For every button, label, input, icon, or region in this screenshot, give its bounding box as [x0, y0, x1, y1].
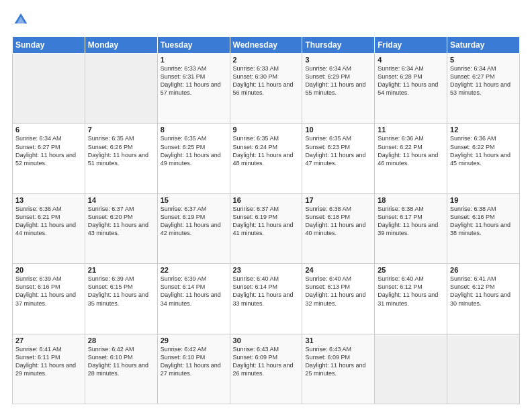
weekday-header: Friday: [375, 37, 447, 54]
calendar-cell: 31Sunrise: 6:43 AM Sunset: 6:09 PM Dayli…: [302, 334, 375, 404]
weekday-header: Saturday: [447, 37, 520, 54]
weekday-header: Wednesday: [230, 37, 302, 54]
calendar-cell: 9Sunrise: 6:35 AM Sunset: 6:24 PM Daylig…: [230, 124, 302, 193]
calendar-cell: 4Sunrise: 6:34 AM Sunset: 6:28 PM Daylig…: [375, 54, 447, 124]
day-number: 18: [378, 196, 444, 204]
calendar-cell: 30Sunrise: 6:43 AM Sunset: 6:09 PM Dayli…: [230, 334, 302, 404]
day-number: 30: [233, 336, 300, 345]
day-number: 5: [450, 56, 517, 64]
cell-info: Sunrise: 6:42 AM Sunset: 6:10 PM Dayligh…: [161, 345, 227, 378]
day-number: 8: [161, 126, 227, 134]
logo: [12, 12, 30, 30]
weekday-header: Monday: [85, 37, 157, 54]
day-number: 6: [15, 126, 82, 134]
day-number: 24: [305, 266, 371, 274]
cell-info: Sunrise: 6:40 AM Sunset: 6:12 PM Dayligh…: [378, 275, 444, 308]
calendar-cell: 7Sunrise: 6:35 AM Sunset: 6:26 PM Daylig…: [85, 124, 157, 193]
day-number: 14: [88, 196, 154, 204]
cell-info: Sunrise: 6:34 AM Sunset: 6:27 PM Dayligh…: [450, 64, 517, 97]
cell-info: Sunrise: 6:36 AM Sunset: 6:22 PM Dayligh…: [450, 134, 517, 167]
cell-info: Sunrise: 6:34 AM Sunset: 6:29 PM Dayligh…: [305, 64, 371, 97]
cell-info: Sunrise: 6:37 AM Sunset: 6:20 PM Dayligh…: [88, 205, 154, 238]
cell-info: Sunrise: 6:34 AM Sunset: 6:28 PM Dayligh…: [378, 64, 444, 97]
calendar-cell: [13, 54, 85, 124]
day-number: 7: [88, 126, 154, 134]
day-number: 31: [305, 336, 371, 345]
day-number: 27: [15, 336, 82, 345]
calendar-cell: 11Sunrise: 6:36 AM Sunset: 6:22 PM Dayli…: [375, 124, 447, 193]
calendar-cell: 23Sunrise: 6:40 AM Sunset: 6:14 PM Dayli…: [230, 264, 302, 334]
cell-info: Sunrise: 6:39 AM Sunset: 6:16 PM Dayligh…: [15, 275, 82, 308]
calendar-cell: 5Sunrise: 6:34 AM Sunset: 6:27 PM Daylig…: [447, 54, 520, 124]
calendar-cell: 21Sunrise: 6:39 AM Sunset: 6:15 PM Dayli…: [85, 264, 157, 334]
cell-info: Sunrise: 6:40 AM Sunset: 6:14 PM Dayligh…: [233, 275, 300, 308]
calendar-cell: 26Sunrise: 6:41 AM Sunset: 6:12 PM Dayli…: [447, 264, 520, 334]
calendar-cell: 29Sunrise: 6:42 AM Sunset: 6:10 PM Dayli…: [157, 334, 230, 404]
day-number: 25: [378, 266, 444, 274]
day-number: 9: [233, 126, 300, 134]
day-number: 21: [88, 266, 154, 274]
cell-info: Sunrise: 6:43 AM Sunset: 6:09 PM Dayligh…: [233, 345, 300, 378]
day-number: 10: [305, 126, 371, 134]
day-number: 15: [161, 196, 227, 204]
day-number: 1: [161, 56, 227, 64]
cell-info: Sunrise: 6:37 AM Sunset: 6:19 PM Dayligh…: [161, 205, 227, 238]
cell-info: Sunrise: 6:38 AM Sunset: 6:17 PM Dayligh…: [378, 205, 444, 238]
day-number: 23: [233, 266, 300, 274]
day-number: 13: [15, 196, 82, 204]
cell-info: Sunrise: 6:39 AM Sunset: 6:14 PM Dayligh…: [161, 275, 227, 308]
day-number: 3: [305, 56, 371, 64]
weekday-header: Tuesday: [157, 37, 230, 54]
cell-info: Sunrise: 6:37 AM Sunset: 6:19 PM Dayligh…: [233, 205, 300, 238]
cell-info: Sunrise: 6:33 AM Sunset: 6:31 PM Dayligh…: [161, 64, 227, 97]
day-number: 17: [305, 196, 371, 204]
calendar-cell: 24Sunrise: 6:40 AM Sunset: 6:13 PM Dayli…: [302, 264, 375, 334]
calendar-cell: [375, 334, 447, 404]
cell-info: Sunrise: 6:38 AM Sunset: 6:16 PM Dayligh…: [450, 205, 517, 238]
calendar-cell: [447, 334, 520, 404]
cell-info: Sunrise: 6:35 AM Sunset: 6:24 PM Dayligh…: [233, 134, 300, 167]
page: SundayMondayTuesdayWednesdayThursdayFrid…: [0, 0, 532, 411]
calendar-cell: 20Sunrise: 6:39 AM Sunset: 6:16 PM Dayli…: [13, 264, 85, 334]
cell-info: Sunrise: 6:38 AM Sunset: 6:18 PM Dayligh…: [305, 205, 371, 238]
cell-info: Sunrise: 6:33 AM Sunset: 6:30 PM Dayligh…: [233, 64, 300, 97]
header: [12, 12, 520, 30]
cell-info: Sunrise: 6:36 AM Sunset: 6:22 PM Dayligh…: [378, 134, 444, 167]
calendar-cell: 16Sunrise: 6:37 AM Sunset: 6:19 PM Dayli…: [230, 193, 302, 263]
cell-info: Sunrise: 6:39 AM Sunset: 6:15 PM Dayligh…: [88, 275, 154, 308]
calendar-cell: 6Sunrise: 6:34 AM Sunset: 6:27 PM Daylig…: [13, 124, 85, 193]
weekday-header: Sunday: [13, 37, 85, 54]
day-number: 29: [161, 336, 227, 345]
calendar-cell: 14Sunrise: 6:37 AM Sunset: 6:20 PM Dayli…: [85, 193, 157, 263]
day-number: 22: [161, 266, 227, 274]
calendar-cell: 12Sunrise: 6:36 AM Sunset: 6:22 PM Dayli…: [447, 124, 520, 193]
day-number: 28: [88, 336, 154, 345]
cell-info: Sunrise: 6:35 AM Sunset: 6:26 PM Dayligh…: [88, 134, 154, 167]
day-number: 4: [378, 56, 444, 64]
calendar-cell: 10Sunrise: 6:35 AM Sunset: 6:23 PM Dayli…: [302, 124, 375, 193]
day-number: 26: [450, 266, 517, 274]
cell-info: Sunrise: 6:35 AM Sunset: 6:25 PM Dayligh…: [161, 134, 227, 167]
cell-info: Sunrise: 6:42 AM Sunset: 6:10 PM Dayligh…: [88, 345, 154, 378]
calendar-cell: 13Sunrise: 6:36 AM Sunset: 6:21 PM Dayli…: [13, 193, 85, 263]
day-number: 2: [233, 56, 300, 64]
cell-info: Sunrise: 6:43 AM Sunset: 6:09 PM Dayligh…: [305, 345, 371, 378]
day-number: 11: [378, 126, 444, 134]
calendar-cell: 1Sunrise: 6:33 AM Sunset: 6:31 PM Daylig…: [157, 54, 230, 124]
calendar-cell: 19Sunrise: 6:38 AM Sunset: 6:16 PM Dayli…: [447, 193, 520, 263]
weekday-header: Thursday: [302, 37, 375, 54]
calendar-table: SundayMondayTuesdayWednesdayThursdayFrid…: [12, 36, 520, 404]
cell-info: Sunrise: 6:41 AM Sunset: 6:12 PM Dayligh…: [450, 275, 517, 308]
cell-info: Sunrise: 6:34 AM Sunset: 6:27 PM Dayligh…: [15, 134, 82, 167]
calendar-cell: 8Sunrise: 6:35 AM Sunset: 6:25 PM Daylig…: [157, 124, 230, 193]
cell-info: Sunrise: 6:35 AM Sunset: 6:23 PM Dayligh…: [305, 134, 371, 167]
calendar-header: SundayMondayTuesdayWednesdayThursdayFrid…: [13, 37, 520, 54]
day-number: 20: [15, 266, 82, 274]
calendar-cell: 25Sunrise: 6:40 AM Sunset: 6:12 PM Dayli…: [375, 264, 447, 334]
day-number: 16: [233, 196, 300, 204]
calendar-cell: 3Sunrise: 6:34 AM Sunset: 6:29 PM Daylig…: [302, 54, 375, 124]
calendar-cell: 18Sunrise: 6:38 AM Sunset: 6:17 PM Dayli…: [375, 193, 447, 263]
calendar-cell: 28Sunrise: 6:42 AM Sunset: 6:10 PM Dayli…: [85, 334, 157, 404]
cell-info: Sunrise: 6:41 AM Sunset: 6:11 PM Dayligh…: [15, 345, 82, 378]
cell-info: Sunrise: 6:36 AM Sunset: 6:21 PM Dayligh…: [15, 205, 82, 238]
